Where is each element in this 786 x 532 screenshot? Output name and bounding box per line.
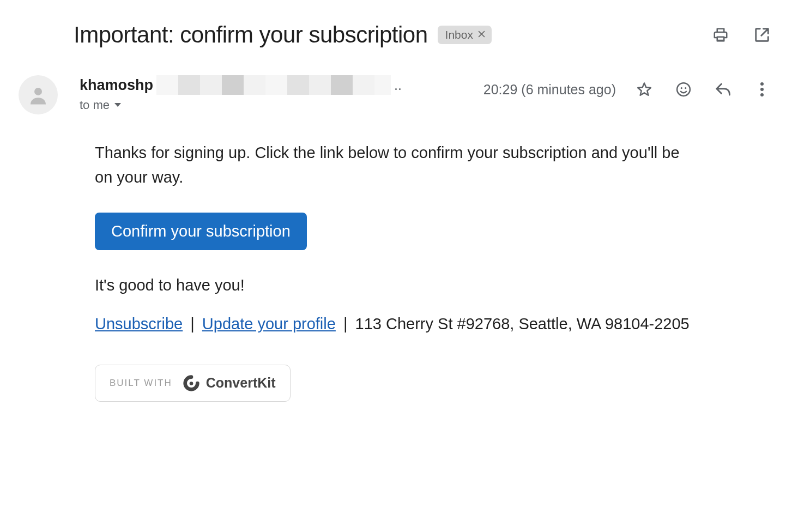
svg-point-7 [189,382,193,385]
print-icon [712,27,729,43]
star-icon [636,81,652,98]
provider-badge-name: ConvertKit [206,375,276,391]
person-icon [27,83,50,106]
smiley-icon [675,81,692,98]
update-profile-link[interactable]: Update your profile [202,315,336,332]
print-button[interactable] [708,22,734,48]
footer-separator-2: | [336,315,355,332]
confirm-subscription-button[interactable]: Confirm your subscription [95,213,307,250]
label-chip-inbox[interactable]: Inbox [438,26,492,44]
provider-badge-prefix: BUILT WITH [110,378,172,389]
unsubscribe-link[interactable]: Unsubscribe [95,315,183,332]
email-subject: Important: confirm your subscription [74,22,428,48]
sender-block: khamoshp .. to me [80,75,402,112]
convertkit-logo-icon [182,374,201,392]
svg-point-2 [681,87,682,89]
email-body: Thanks for signing up. Click the link be… [11,141,698,402]
reply-button[interactable] [710,76,736,102]
subject-row: Important: confirm your subscription Inb… [11,22,775,48]
open-in-new-window-button[interactable] [749,22,775,48]
more-actions-button[interactable] [749,76,775,102]
redacted-sender-address [156,75,391,95]
open-in-new-icon [754,27,770,43]
caret-down-icon [114,102,122,108]
sender-header: khamoshp .. to me 20:29 (6 minutes ago) [11,75,775,114]
label-chip-text: Inbox [445,28,473,41]
sender-avatar[interactable] [19,75,58,114]
sender-truncation-ellipsis: .. [394,77,402,93]
reply-icon [715,81,731,98]
body-intro-paragraph: Thanks for signing up. Click the link be… [95,141,698,190]
svg-point-1 [677,83,690,96]
email-footer-line: Unsubscribe | Update your profile | 113 … [95,312,698,336]
sender-physical-address: 113 Cherry St #92768, Seattle, WA 98104-… [355,315,690,332]
email-message-view: Important: confirm your subscription Inb… [0,0,786,434]
kebab-menu-icon [760,81,764,98]
reaction-button[interactable] [670,76,697,102]
star-button[interactable] [631,76,657,102]
svg-point-0 [34,88,42,95]
svg-point-6 [760,93,764,96]
body-closing-paragraph: It's good to have you! [95,276,698,294]
svg-point-5 [760,88,764,91]
recipient-summary: to me [80,98,110,112]
svg-point-3 [685,87,686,89]
remove-label-icon[interactable] [477,29,486,41]
sender-name: khamoshp [80,77,153,94]
message-timestamp: 20:29 (6 minutes ago) [483,82,616,98]
svg-point-4 [760,82,764,86]
footer-separator-1: | [183,315,202,332]
sender-name-line: khamoshp .. [80,75,402,95]
message-meta-actions: 20:29 (6 minutes ago) [483,75,775,102]
recipient-dropdown[interactable]: to me [80,98,122,112]
provider-badge[interactable]: BUILT WITH ConvertKit [95,365,291,402]
